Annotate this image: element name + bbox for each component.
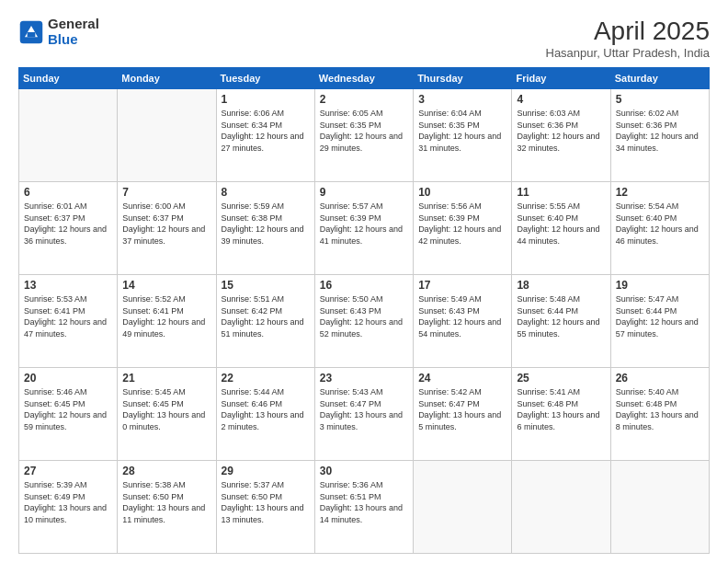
calendar-cell: 21Sunrise: 5:45 AM Sunset: 6:45 PM Dayli… xyxy=(118,368,216,461)
day-detail: Sunrise: 5:40 AM Sunset: 6:48 PM Dayligh… xyxy=(616,386,704,432)
day-detail: Sunrise: 5:46 AM Sunset: 6:45 PM Dayligh… xyxy=(24,386,112,432)
day-detail: Sunrise: 5:38 AM Sunset: 6:50 PM Dayligh… xyxy=(122,479,210,525)
day-detail: Sunrise: 5:44 AM Sunset: 6:46 PM Dayligh… xyxy=(222,386,310,432)
calendar-cell: 29Sunrise: 5:37 AM Sunset: 6:50 PM Dayli… xyxy=(216,461,314,554)
calendar-cell: 2Sunrise: 6:05 AM Sunset: 6:35 PM Daylig… xyxy=(314,89,413,182)
calendar-cell: 30Sunrise: 5:36 AM Sunset: 6:51 PM Dayli… xyxy=(314,461,413,554)
col-tuesday: Tuesday xyxy=(216,68,314,89)
day-detail: Sunrise: 5:56 AM Sunset: 6:39 PM Dayligh… xyxy=(418,201,506,247)
calendar-cell: 20Sunrise: 5:46 AM Sunset: 6:45 PM Dayli… xyxy=(19,368,118,461)
day-detail: Sunrise: 5:45 AM Sunset: 6:45 PM Dayligh… xyxy=(122,386,210,432)
day-detail: Sunrise: 5:55 AM Sunset: 6:40 PM Dayligh… xyxy=(517,201,605,247)
day-number: 8 xyxy=(222,186,310,199)
calendar-cell xyxy=(118,89,216,182)
day-detail: Sunrise: 5:53 AM Sunset: 6:41 PM Dayligh… xyxy=(24,293,112,339)
day-detail: Sunrise: 5:59 AM Sunset: 6:38 PM Dayligh… xyxy=(222,201,310,247)
calendar: Sunday Monday Tuesday Wednesday Thursday… xyxy=(18,67,710,554)
col-friday: Friday xyxy=(512,68,610,89)
day-number: 17 xyxy=(418,279,506,292)
calendar-cell: 24Sunrise: 5:42 AM Sunset: 6:47 PM Dayli… xyxy=(414,368,512,461)
day-detail: Sunrise: 6:01 AM Sunset: 6:37 PM Dayligh… xyxy=(24,201,112,247)
day-detail: Sunrise: 6:00 AM Sunset: 6:37 PM Dayligh… xyxy=(122,201,210,247)
svg-rect-2 xyxy=(28,32,36,37)
day-number: 25 xyxy=(517,372,605,385)
month-year: April 2025 xyxy=(546,17,711,46)
calendar-cell: 18Sunrise: 5:48 AM Sunset: 6:44 PM Dayli… xyxy=(512,275,610,368)
logo-blue-text: Blue xyxy=(48,32,99,48)
calendar-cell xyxy=(610,461,709,554)
day-number: 23 xyxy=(320,372,408,385)
day-detail: Sunrise: 5:57 AM Sunset: 6:39 PM Dayligh… xyxy=(320,201,408,247)
day-number: 10 xyxy=(418,186,506,199)
calendar-week-4: 27Sunrise: 5:39 AM Sunset: 6:49 PM Dayli… xyxy=(19,461,710,554)
calendar-cell: 14Sunrise: 5:52 AM Sunset: 6:41 PM Dayli… xyxy=(118,275,216,368)
col-wednesday: Wednesday xyxy=(314,68,413,89)
day-number: 2 xyxy=(320,93,408,106)
calendar-cell: 11Sunrise: 5:55 AM Sunset: 6:40 PM Dayli… xyxy=(512,182,610,275)
day-detail: Sunrise: 6:04 AM Sunset: 6:35 PM Dayligh… xyxy=(418,108,506,154)
day-number: 3 xyxy=(418,93,506,106)
day-detail: Sunrise: 5:36 AM Sunset: 6:51 PM Dayligh… xyxy=(320,479,408,525)
day-detail: Sunrise: 5:54 AM Sunset: 6:40 PM Dayligh… xyxy=(616,201,704,247)
calendar-cell: 4Sunrise: 6:03 AM Sunset: 6:36 PM Daylig… xyxy=(512,89,610,182)
calendar-cell xyxy=(414,461,512,554)
calendar-week-0: 1Sunrise: 6:06 AM Sunset: 6:34 PM Daylig… xyxy=(19,89,710,182)
calendar-cell xyxy=(512,461,610,554)
calendar-cell: 7Sunrise: 6:00 AM Sunset: 6:37 PM Daylig… xyxy=(118,182,216,275)
day-number: 29 xyxy=(222,465,310,477)
day-number: 19 xyxy=(616,279,704,292)
calendar-cell: 27Sunrise: 5:39 AM Sunset: 6:49 PM Dayli… xyxy=(19,461,118,554)
logo-general-text: General xyxy=(48,17,99,32)
calendar-cell: 8Sunrise: 5:59 AM Sunset: 6:38 PM Daylig… xyxy=(216,182,314,275)
day-detail: Sunrise: 5:47 AM Sunset: 6:44 PM Dayligh… xyxy=(616,293,704,339)
day-number: 7 xyxy=(122,186,210,199)
day-number: 20 xyxy=(24,372,112,385)
calendar-cell: 13Sunrise: 5:53 AM Sunset: 6:41 PM Dayli… xyxy=(19,275,118,368)
day-number: 18 xyxy=(517,279,605,292)
day-detail: Sunrise: 5:41 AM Sunset: 6:48 PM Dayligh… xyxy=(517,386,605,432)
logo-text: General Blue xyxy=(48,17,99,47)
day-number: 9 xyxy=(320,186,408,199)
calendar-cell: 12Sunrise: 5:54 AM Sunset: 6:40 PM Dayli… xyxy=(610,182,709,275)
day-number: 21 xyxy=(122,372,210,385)
day-number: 5 xyxy=(616,93,704,106)
day-number: 13 xyxy=(24,279,112,292)
day-number: 15 xyxy=(222,279,310,292)
location: Hasanpur, Uttar Pradesh, India xyxy=(546,46,711,60)
calendar-cell xyxy=(19,89,118,182)
day-number: 1 xyxy=(222,93,310,106)
calendar-cell: 5Sunrise: 6:02 AM Sunset: 6:36 PM Daylig… xyxy=(610,89,709,182)
calendar-cell: 16Sunrise: 5:50 AM Sunset: 6:43 PM Dayli… xyxy=(314,275,413,368)
calendar-cell: 9Sunrise: 5:57 AM Sunset: 6:39 PM Daylig… xyxy=(314,182,413,275)
day-detail: Sunrise: 5:49 AM Sunset: 6:43 PM Dayligh… xyxy=(418,293,506,339)
calendar-week-1: 6Sunrise: 6:01 AM Sunset: 6:37 PM Daylig… xyxy=(19,182,710,275)
day-detail: Sunrise: 6:06 AM Sunset: 6:34 PM Dayligh… xyxy=(222,108,310,154)
col-sunday: Sunday xyxy=(19,68,118,89)
day-detail: Sunrise: 6:03 AM Sunset: 6:36 PM Dayligh… xyxy=(517,108,605,154)
calendar-week-2: 13Sunrise: 5:53 AM Sunset: 6:41 PM Dayli… xyxy=(19,275,710,368)
day-number: 4 xyxy=(517,93,605,106)
calendar-cell: 22Sunrise: 5:44 AM Sunset: 6:46 PM Dayli… xyxy=(216,368,314,461)
day-detail: Sunrise: 5:51 AM Sunset: 6:42 PM Dayligh… xyxy=(222,293,310,339)
calendar-cell: 28Sunrise: 5:38 AM Sunset: 6:50 PM Dayli… xyxy=(118,461,216,554)
day-detail: Sunrise: 5:42 AM Sunset: 6:47 PM Dayligh… xyxy=(418,386,506,432)
day-detail: Sunrise: 5:50 AM Sunset: 6:43 PM Dayligh… xyxy=(320,293,408,339)
day-number: 22 xyxy=(222,372,310,385)
day-number: 12 xyxy=(616,186,704,199)
calendar-cell: 3Sunrise: 6:04 AM Sunset: 6:35 PM Daylig… xyxy=(414,89,512,182)
day-detail: Sunrise: 6:02 AM Sunset: 6:36 PM Dayligh… xyxy=(616,108,704,154)
calendar-cell: 10Sunrise: 5:56 AM Sunset: 6:39 PM Dayli… xyxy=(414,182,512,275)
col-monday: Monday xyxy=(118,68,216,89)
calendar-week-3: 20Sunrise: 5:46 AM Sunset: 6:45 PM Dayli… xyxy=(19,368,710,461)
calendar-cell: 25Sunrise: 5:41 AM Sunset: 6:48 PM Dayli… xyxy=(512,368,610,461)
day-detail: Sunrise: 5:52 AM Sunset: 6:41 PM Dayligh… xyxy=(122,293,210,339)
calendar-header: Sunday Monday Tuesday Wednesday Thursday… xyxy=(19,68,710,89)
day-number: 14 xyxy=(122,279,210,292)
title-block: April 2025 Hasanpur, Uttar Pradesh, Indi… xyxy=(546,17,711,60)
day-detail: Sunrise: 5:43 AM Sunset: 6:47 PM Dayligh… xyxy=(320,386,408,432)
day-number: 27 xyxy=(24,465,112,477)
page: General Blue April 2025 Hasanpur, Uttar … xyxy=(0,0,728,563)
day-number: 6 xyxy=(24,186,112,199)
day-number: 16 xyxy=(320,279,408,292)
day-number: 24 xyxy=(418,372,506,385)
